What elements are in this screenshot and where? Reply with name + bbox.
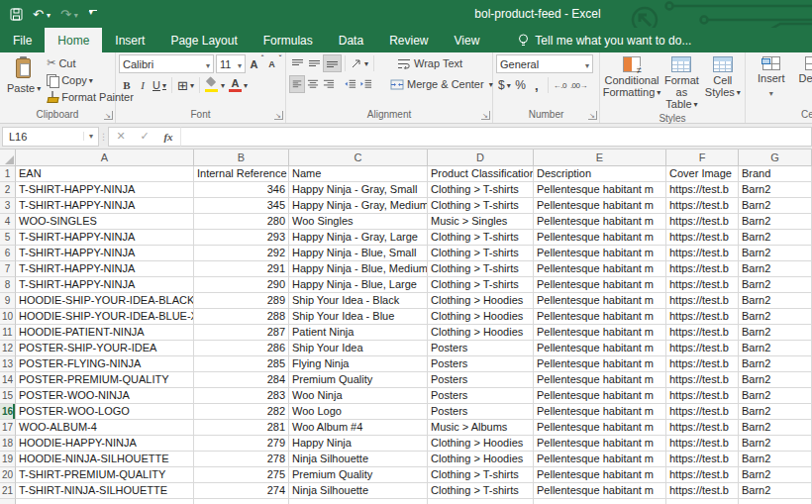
increase-indent-button[interactable] [358, 75, 374, 93]
cell-C2[interactable]: Happy Ninja - Gray, Small [289, 182, 428, 198]
cell-E19[interactable]: Pellentesque habitant m [534, 452, 666, 467]
comma-style-button[interactable]: , [529, 76, 545, 94]
row-header-1[interactable]: 1 [0, 166, 16, 182]
cell-D10[interactable]: Clothing > Hoodies [428, 309, 534, 325]
redo-dropdown-icon[interactable] [72, 8, 78, 21]
increase-decimal-button[interactable]: ←.0 [552, 76, 568, 94]
underline-button[interactable]: U [151, 76, 168, 94]
row-header-11[interactable]: 11 [0, 325, 16, 341]
cell-G3[interactable]: Barn2 [739, 198, 812, 214]
cell-G14[interactable]: Barn2 [739, 372, 812, 388]
cell-D20[interactable]: Clothing > T-shirts [428, 467, 534, 483]
cell-F15[interactable]: https://test.b [666, 388, 739, 404]
cell-G18[interactable]: Barn2 [739, 436, 812, 452]
cell-A3[interactable]: T-SHIRT-HAPPY-NINJA [16, 198, 194, 214]
cell-E22[interactable] [534, 499, 666, 504]
cell-B16[interactable]: 282 [194, 404, 289, 420]
name-box[interactable]: L16 ▾ [2, 127, 99, 147]
cell-D11[interactable]: Clothing > Hoodies [428, 325, 534, 341]
cell-C10[interactable]: Ship Your Idea - Blue [289, 309, 428, 325]
row-header-9[interactable]: 9 [0, 293, 16, 309]
column-header-g[interactable]: G [739, 150, 812, 166]
align-bottom-button[interactable] [323, 54, 342, 72]
cell-G6[interactable]: Barn2 [739, 246, 812, 261]
cell-A18[interactable]: HOODIE-HAPPY-NINJA [16, 436, 194, 452]
cell-C19[interactable]: Ninja Silhouette [289, 452, 428, 467]
cell-D7[interactable]: Clothing > T-shirts [428, 261, 534, 277]
cell-E6[interactable]: Pellentesque habitant m [534, 246, 666, 261]
cell-F8[interactable]: https://test.b [666, 277, 739, 293]
cell-F16[interactable]: https://test.b [666, 404, 739, 420]
cell-E17[interactable]: Pellentesque habitant m [534, 420, 666, 436]
cell-B22[interactable] [194, 499, 289, 504]
row-header-6[interactable]: 6 [0, 246, 16, 261]
format-as-table-button[interactable]: Format as Table [660, 54, 703, 113]
row-header-15[interactable]: 15 [0, 388, 16, 404]
cell-F12[interactable]: https://test.b [666, 341, 739, 356]
row-header-22[interactable] [0, 499, 16, 504]
undo-button[interactable]: ↶ [33, 8, 51, 21]
cell-C4[interactable]: Woo Singles [289, 214, 428, 230]
number-format-select[interactable]: General [496, 54, 593, 73]
cell-C12[interactable]: Ship Your Idea [289, 341, 428, 356]
cell-C18[interactable]: Happy Ninja [289, 436, 428, 452]
align-left-button[interactable] [289, 75, 305, 93]
font-name-select[interactable]: Calibri [119, 54, 214, 73]
cancel-button[interactable]: ✕ [109, 130, 133, 143]
cell-B2[interactable]: 346 [194, 182, 289, 198]
decrease-decimal-button[interactable]: .00→ [568, 76, 589, 94]
cell-G13[interactable]: Barn2 [739, 356, 812, 372]
tab-home[interactable]: Home [45, 28, 102, 52]
cell-B19[interactable]: 278 [194, 452, 289, 467]
cell-E9[interactable]: Pellentesque habitant m [534, 293, 666, 309]
accounting-format-button[interactable]: $ [496, 76, 513, 94]
cell-A16[interactable]: POSTER-WOO-LOGO [16, 404, 194, 420]
cell-C1[interactable]: Name [289, 166, 428, 182]
cell-B6[interactable]: 292 [194, 246, 289, 261]
cell-G1[interactable]: Brand [739, 166, 812, 182]
cell-G9[interactable]: Barn2 [739, 293, 812, 309]
paste-button[interactable]: Paste [3, 54, 45, 106]
cell-B5[interactable]: 293 [194, 230, 289, 246]
align-right-button[interactable] [321, 75, 337, 93]
row-header-10[interactable]: 10 [0, 309, 16, 325]
cell-D8[interactable]: Clothing > T-shirts [428, 277, 534, 293]
enter-button[interactable]: ✓ [133, 130, 156, 143]
cell-A22[interactable] [16, 499, 194, 504]
cell-A21[interactable]: T-SHIRT-NINJA-SILHOUETTE [16, 483, 194, 499]
cell-E10[interactable]: Pellentesque habitant m [534, 309, 666, 325]
cell-F18[interactable]: https://test.b [666, 436, 739, 452]
cell-E18[interactable]: Pellentesque habitant m [534, 436, 666, 452]
cell-B3[interactable]: 345 [194, 198, 289, 214]
cell-D15[interactable]: Posters [428, 388, 534, 404]
column-header-e[interactable]: E [534, 150, 666, 166]
cell-C6[interactable]: Happy Ninja - Blue, Small [289, 246, 428, 261]
cell-A2[interactable]: T-SHIRT-HAPPY-NINJA [16, 182, 194, 198]
insert-function-button[interactable]: fx [156, 131, 180, 143]
percent-style-button[interactable]: % [513, 76, 529, 94]
cell-F4[interactable]: https://test.b [666, 214, 739, 230]
cell-G17[interactable]: Barn2 [739, 420, 812, 436]
cell-C9[interactable]: Ship Your Idea - Black [289, 293, 428, 309]
cell-A12[interactable]: POSTER-SHIP-YOUR-IDEA [16, 341, 194, 356]
font-dialog-launcher[interactable] [274, 111, 283, 120]
row-header-16[interactable]: 16 [0, 404, 16, 420]
cell-D1[interactable]: Product Classification [428, 166, 534, 182]
cell-E7[interactable]: Pellentesque habitant m [534, 261, 666, 277]
redo-button[interactable]: ↷ [60, 8, 78, 21]
align-top-button[interactable] [289, 54, 306, 72]
tab-data[interactable]: Data [326, 28, 376, 52]
cell-E11[interactable]: Pellentesque habitant m [534, 325, 666, 341]
cell-D16[interactable]: Posters [428, 404, 534, 420]
cell-B20[interactable]: 275 [194, 467, 289, 483]
row-header-13[interactable]: 13 [0, 356, 16, 372]
cell-C3[interactable]: Happy Ninja - Gray, Medium [289, 198, 428, 214]
cell-F11[interactable]: https://test.b [666, 325, 739, 341]
cell-D12[interactable]: Posters [428, 341, 534, 356]
cell-G11[interactable]: Barn2 [739, 325, 812, 341]
orientation-button[interactable] [349, 54, 370, 72]
cell-E12[interactable]: Pellentesque habitant m [534, 341, 666, 356]
row-header-18[interactable]: 18 [0, 436, 16, 452]
cell-E8[interactable]: Pellentesque habitant m [534, 277, 666, 293]
cell-F1[interactable]: Cover Image [666, 166, 739, 182]
